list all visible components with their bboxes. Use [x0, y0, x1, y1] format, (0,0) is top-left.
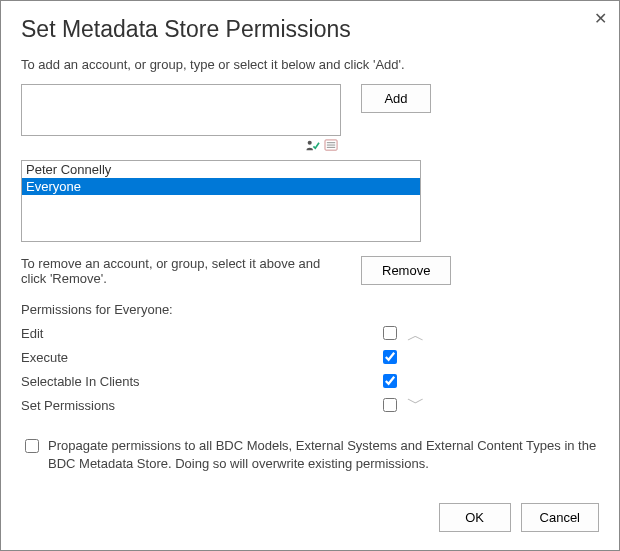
- permission-label: Set Permissions: [21, 398, 115, 413]
- add-row: Add: [21, 84, 599, 155]
- picker-icons: [305, 139, 341, 155]
- permission-label: Selectable In Clients: [21, 374, 140, 389]
- permission-row: Edit: [21, 321, 401, 345]
- add-instruction: To add an account, or group, type or sel…: [21, 57, 599, 72]
- propagate-row: Propagate permissions to all BDC Models,…: [21, 437, 599, 473]
- permission-label: Edit: [21, 326, 43, 341]
- permissions-dialog: ✕ Set Metadata Store Permissions To add …: [0, 0, 620, 551]
- cancel-button[interactable]: Cancel: [521, 503, 599, 532]
- input-column: [21, 84, 341, 155]
- remove-button[interactable]: Remove: [361, 256, 451, 285]
- ok-button[interactable]: OK: [439, 503, 511, 532]
- dialog-footer: OK Cancel: [439, 503, 599, 532]
- svg-point-0: [308, 141, 312, 145]
- list-item[interactable]: Peter Connelly: [22, 161, 420, 178]
- add-button[interactable]: Add: [361, 84, 431, 113]
- permission-checkbox-setperms[interactable]: [383, 398, 397, 412]
- permissions-grid: Edit Execute Selectable In Clients Set P…: [21, 321, 401, 417]
- permission-label: Execute: [21, 350, 68, 365]
- propagate-label: Propagate permissions to all BDC Models,…: [48, 437, 599, 473]
- permissions-area: Edit Execute Selectable In Clients Set P…: [21, 321, 599, 417]
- permissions-label: Permissions for Everyone:: [21, 302, 599, 317]
- permission-row: Selectable In Clients: [21, 369, 401, 393]
- dialog-title: Set Metadata Store Permissions: [21, 16, 599, 43]
- list-item[interactable]: Everyone: [22, 178, 420, 195]
- scroll-indicator: ︿ ﹀: [401, 321, 423, 417]
- permission-row: Set Permissions: [21, 393, 401, 417]
- permission-checkbox-edit[interactable]: [383, 326, 397, 340]
- accounts-list[interactable]: Peter Connelly Everyone: [21, 160, 421, 242]
- check-names-icon[interactable]: [305, 139, 320, 155]
- remove-instruction: To remove an account, or group, select i…: [21, 256, 341, 286]
- account-input[interactable]: [21, 84, 341, 136]
- permission-checkbox-selectable[interactable]: [383, 374, 397, 388]
- remove-row: To remove an account, or group, select i…: [21, 256, 599, 286]
- browse-icon[interactable]: [324, 139, 339, 155]
- permission-row: Execute: [21, 345, 401, 369]
- permission-checkbox-execute[interactable]: [383, 350, 397, 364]
- propagate-checkbox[interactable]: [25, 439, 39, 453]
- chevron-down-icon[interactable]: ﹀: [407, 391, 425, 415]
- chevron-up-icon[interactable]: ︿: [407, 323, 425, 347]
- close-icon[interactable]: ✕: [594, 9, 607, 28]
